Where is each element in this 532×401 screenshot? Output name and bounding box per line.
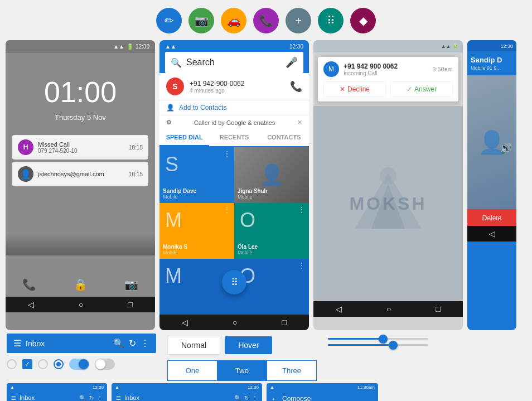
time-dialer: 12:30 xyxy=(289,44,303,50)
recent-nav-3[interactable]: □ xyxy=(436,305,441,313)
back-nav-dialer[interactable]: ◁ xyxy=(182,318,188,327)
hover-button[interactable]: Hover xyxy=(225,336,272,354)
recent-nav-dialer[interactable]: □ xyxy=(282,318,287,327)
search-toolbar-icon[interactable]: 🔍 xyxy=(113,338,124,349)
seg-btn-two[interactable]: Two xyxy=(217,360,267,381)
seg-btn-one[interactable]: One xyxy=(167,360,217,381)
radio-unchecked-2[interactable] xyxy=(38,359,48,369)
x-icon: ✕ xyxy=(340,85,345,93)
mountain-svg xyxy=(332,162,444,245)
sdial-jigna[interactable]: ⋮ 👤 Jigna Shah Mobile xyxy=(234,147,309,203)
incoming-notification-card: M +91 942 900 0062 Incoming Call 9:50am … xyxy=(318,57,458,102)
search-bar[interactable]: 🔍 Search 🎤 xyxy=(165,52,303,73)
normal-button[interactable]: Normal xyxy=(167,336,220,355)
phone-icon[interactable]: 📞 xyxy=(22,278,36,291)
tab-recents[interactable]: RECENTS xyxy=(209,129,259,146)
volume-icon[interactable]: 🔊 xyxy=(500,142,512,154)
radio-unchecked-1[interactable] xyxy=(7,359,17,369)
contact-screen: 12:30 Sandip D Mobile 91 9... 👤 🔊 Delete… xyxy=(467,40,516,330)
delete-area: Delete xyxy=(467,209,516,226)
dialer-tabs: SPEED DIAL RECENTS CONTACTS xyxy=(159,129,309,147)
status-icons: ▲▲ 🔋 xyxy=(441,44,458,49)
home-nav-dialer[interactable]: ○ xyxy=(233,318,237,327)
refresh-icon[interactable]: ↻ xyxy=(129,338,136,349)
signal-dialer: ▲▲ xyxy=(165,44,176,50)
grid-button[interactable]: ⠿ xyxy=(318,8,344,33)
sdial-ola[interactable]: ⋮ O Ola Lee Mobile xyxy=(234,203,309,259)
contact-suggestion[interactable]: S +91 942-900-0062 4 minutes ago 📞 xyxy=(159,73,309,100)
plus-button[interactable]: + xyxy=(286,8,311,33)
add-contacts-row[interactable]: 👤 Add to Contacts xyxy=(159,100,309,115)
sdial-monika[interactable]: ⋮ M Monika S Mobile xyxy=(159,203,234,259)
notif-avatar: H xyxy=(18,139,33,155)
search-text[interactable]: Search xyxy=(186,57,286,67)
seg-btn-three[interactable]: Three xyxy=(267,360,317,381)
answer-button[interactable]: ✓ Answer xyxy=(390,81,453,97)
checkbox-checked[interactable]: ✓ xyxy=(22,359,32,369)
lock-icon[interactable]: 🔒 xyxy=(74,278,88,291)
incoming-info: +91 942 900 0062 Incoming Call xyxy=(344,62,428,76)
notification-email[interactable]: 👤 jstechnosys@gmail.com 10:15 xyxy=(12,162,148,186)
toggle-off[interactable] xyxy=(95,359,115,370)
top-icon-bar: ✏ 📷 🚗 📞 + ⠿ ◆ xyxy=(0,0,532,40)
notif-left-content: H Missed Call 079 274-520-10 xyxy=(18,139,78,155)
check-icon: ✓ xyxy=(407,85,412,93)
radio-checked[interactable] xyxy=(54,359,64,369)
slider-1-knob[interactable] xyxy=(379,335,388,344)
more-toolbar-icon[interactable]: ⋮ xyxy=(141,338,149,349)
contact-info: +91 942-900-0062 4 minutes ago xyxy=(190,80,284,94)
slider-2-row xyxy=(328,344,439,346)
mini-s3-status: ▲ 11:30am xyxy=(267,383,378,392)
lock-actions: 📞 🔒 📷 xyxy=(6,255,155,297)
back-nav[interactable]: ◁ xyxy=(28,300,34,309)
delete-label[interactable]: Delete xyxy=(482,214,502,222)
sdial-sandip[interactable]: ⋮ S Sandip Dave Mobile xyxy=(159,147,234,203)
camera-lock-icon[interactable]: 📷 xyxy=(124,278,138,291)
tab-speed-dial[interactable]: SPEED DIAL xyxy=(159,129,209,146)
fab-dialpad[interactable]: ⠿ xyxy=(222,270,246,294)
pencil-button[interactable]: ✏ xyxy=(156,8,182,33)
car-button[interactable]: 🚗 xyxy=(221,8,246,33)
slider-1[interactable] xyxy=(328,338,428,340)
search-icon: 🔍 xyxy=(171,57,182,68)
back-nav-3[interactable]: ◁ xyxy=(336,305,342,313)
home-nav-3[interactable]: ○ xyxy=(386,305,391,313)
mini-s1-status: ▲ 12:30 xyxy=(7,383,107,392)
screen3-status: ▲▲ 🔋 xyxy=(313,40,463,52)
diamond-button[interactable]: ◆ xyxy=(350,8,376,33)
moksh-background: MOKSH xyxy=(313,106,463,301)
mini-inbox-2: ☰ Inbox 🔍 ↻ ⋮ xyxy=(112,392,262,401)
more-icon-1[interactable]: ⋮ xyxy=(223,149,231,158)
caller-id-row: ⚙ Caller id by Google & enables ✕ xyxy=(159,115,309,129)
mini-s2-status: ▲ 12:30 xyxy=(112,383,262,392)
more-icon-5[interactable]: ⋮ xyxy=(298,261,306,270)
slider-2-knob[interactable] xyxy=(389,341,398,350)
close-icon[interactable]: ✕ xyxy=(297,119,302,126)
menu-icon[interactable]: ☰ xyxy=(13,338,21,349)
mic-icon[interactable]: 🎤 xyxy=(286,56,298,69)
camera-button[interactable]: 📷 xyxy=(188,8,214,33)
mini-screen-2: ▲ 12:30 ☰ Inbox 🔍 ↻ ⋮ Angie Chu 11:30am xyxy=(112,383,262,401)
screen4-nav: ◁ xyxy=(467,226,516,241)
notif-text: Missed Call 079 274-520-10 xyxy=(38,141,78,154)
recent-nav[interactable]: □ xyxy=(128,300,133,309)
more-icon-4[interactable]: ⋮ xyxy=(298,205,306,214)
toggle-on[interactable] xyxy=(69,359,89,370)
bottom-mini-screens: ▲ 12:30 ☰ Inbox 🔍 ↻ ⋮ ▲ 12:30 ☰ Inbox 🔍 … xyxy=(0,383,532,401)
notif-left-email: 👤 jstechnosys@gmail.com xyxy=(18,166,104,182)
gear-icon: ⚙ xyxy=(166,119,172,126)
battery-icon: 🔋 xyxy=(127,44,133,50)
slider-2[interactable] xyxy=(328,344,428,346)
more-icon-3[interactable]: ⋮ xyxy=(223,205,231,214)
notification-missed-call[interactable]: H Missed Call 079 274-520-10 10:15 xyxy=(12,135,148,160)
call-icon[interactable]: 📞 xyxy=(290,80,302,93)
incoming-avatar: M xyxy=(323,61,339,77)
signal-icons: ▲▲ xyxy=(113,44,124,50)
home-nav[interactable]: ○ xyxy=(79,300,83,309)
tab-contacts[interactable]: CONTACTS xyxy=(259,129,309,146)
phone-button[interactable]: 📞 xyxy=(253,8,279,33)
dialer-screen: ▲▲ 12:30 🔍 Search 🎤 S +91 942-900-0062 4… xyxy=(159,40,309,330)
person-add-icon: 👤 xyxy=(166,104,175,112)
back-nav-4[interactable]: ◁ xyxy=(489,229,495,238)
decline-button[interactable]: ✕ Decline xyxy=(323,81,386,97)
